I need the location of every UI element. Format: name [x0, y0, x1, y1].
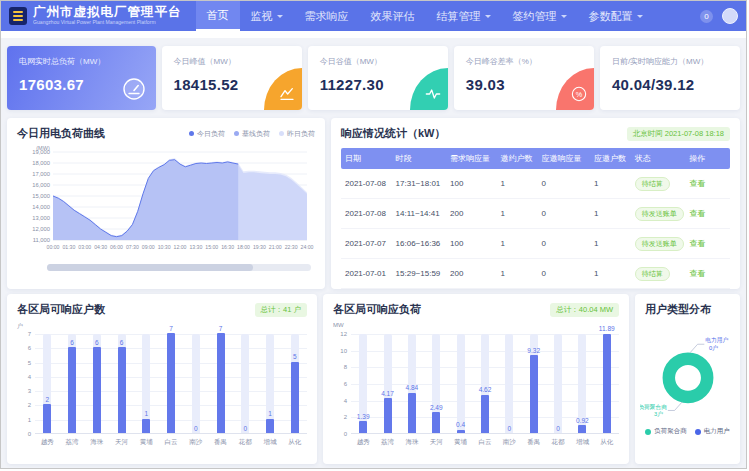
user-avatar[interactable]: [722, 8, 738, 24]
donut-legend-item-0[interactable]: 负荷聚合商: [645, 427, 687, 436]
bar-value-label: 0: [230, 425, 260, 432]
nav-item-label: 监视: [251, 9, 273, 24]
svg-text:22:30: 22:30: [285, 244, 298, 250]
svg-text:15,000: 15,000: [32, 193, 50, 199]
y-axis-tick: 1: [15, 417, 31, 423]
bar-column-增城: 0.92: [570, 334, 594, 433]
kpi-card-today-peak: 今日峰值（MW） 18415.52: [162, 46, 302, 110]
bar-value-label: 11.89: [592, 325, 622, 332]
x-axis-label: 花都: [546, 438, 570, 447]
status-badge: 待结算: [635, 177, 670, 191]
x-axis-label: 番禺: [522, 438, 546, 447]
bar-value-label: 4.62: [470, 386, 500, 393]
notification-badge[interactable]: 0: [700, 10, 713, 23]
legend-dot-icon: [645, 429, 651, 435]
bar-value-label: 2: [32, 396, 62, 403]
middle-row: 今日用电负荷曲线 今日负荷基线负荷昨日负荷 11,00012,00013,000…: [7, 118, 740, 286]
user-types-legend: 负荷聚合商电力用户: [635, 427, 740, 436]
legend-label: 负荷聚合商: [654, 427, 687, 436]
table-cell: 100: [446, 169, 497, 199]
x-axis-label: 南沙: [497, 438, 521, 447]
table-cell: 14:11~14:41: [392, 199, 446, 229]
view-link[interactable]: 查看: [689, 269, 705, 278]
bar: [68, 347, 76, 433]
x-axis-label: 天河: [109, 438, 134, 447]
nav-item-5[interactable]: 签约管理: [502, 1, 578, 31]
top-strip: [1, 31, 746, 38]
y-axis-tick: 4: [15, 374, 31, 380]
nav-item-0[interactable]: 首页: [196, 1, 240, 31]
bar-column-天河: 2.49: [424, 334, 448, 433]
district-load-title: 各区局可响应负荷: [333, 302, 421, 317]
bar-value-label: 0: [181, 425, 211, 432]
x-axis-labels: 越秀荔湾海珠天河黄埔白云南沙番禺花都增城从化: [351, 438, 619, 447]
nav-item-label: 签约管理: [513, 9, 557, 24]
x-axis-label: 从化: [282, 438, 307, 447]
chevron-down-icon: [637, 15, 643, 18]
chart-zoom-slider[interactable]: [47, 264, 311, 271]
bar-value-label: 2.49: [421, 404, 451, 411]
table-cell: 1: [590, 229, 631, 259]
table-column-header: 应邀户数: [590, 148, 631, 169]
bar-column-从化: 11.89: [595, 334, 619, 433]
donut-value-power-user: 0户: [709, 344, 718, 351]
table-column-header: 状态: [631, 148, 685, 169]
view-link[interactable]: 查看: [689, 239, 705, 248]
table-cell: 17:31~18:01: [392, 169, 446, 199]
bar: [167, 333, 175, 433]
table-cell: 0: [537, 259, 590, 289]
legend-item-0[interactable]: 今日负荷: [189, 129, 225, 139]
top-navbar: 广州市虚拟电厂管理平台 Guangzhou Virtual Power Plan…: [1, 1, 746, 31]
nav-item-1[interactable]: 监视: [240, 1, 294, 31]
user-types-donut-chart: 电力用户 0户 负荷聚合商 3户: [640, 322, 736, 426]
load-curve-legend: 今日负荷基线负荷昨日负荷: [189, 129, 315, 139]
x-axis-label: 白云: [473, 438, 497, 447]
bar-track: [192, 334, 200, 433]
nav-item-2[interactable]: 需求响应: [294, 1, 360, 31]
bar: [457, 430, 465, 433]
table-cell: 100: [446, 229, 497, 259]
app-window: 广州市虚拟电厂管理平台 Guangzhou Virtual Power Plan…: [0, 0, 747, 469]
bar-column-荔湾: 6: [60, 334, 85, 433]
bar-value-label: 1.39: [348, 413, 378, 420]
bar-column-黄埔: 1: [134, 334, 159, 433]
bar-track: [554, 334, 562, 433]
load-curve-card: 今日用电负荷曲线 今日负荷基线负荷昨日负荷 11,00012,00013,000…: [7, 118, 325, 289]
x-axis-label: 越秀: [351, 438, 375, 447]
bar-track: [505, 334, 513, 433]
kpi-card-response-capacity: 日前/实时响应能力（MW） 40.04/39.12: [600, 46, 740, 110]
x-axis-label: 黄埔: [134, 438, 159, 447]
nav-item-6[interactable]: 参数配置: [578, 1, 654, 31]
district-households-card: 各区局可响应户数 总计：41 户 户2666170701501234567越秀荔…: [7, 294, 317, 464]
y-axis-unit: MW: [333, 322, 344, 328]
chart-zoom-range[interactable]: [47, 264, 253, 271]
pulse-icon: [410, 68, 448, 110]
nav-item-3[interactable]: 效果评估: [360, 1, 426, 31]
table-cell: 1: [497, 169, 538, 199]
nav-item-label: 需求响应: [305, 9, 349, 24]
donut-legend-item-1[interactable]: 电力用户: [695, 427, 730, 436]
table-column-header: 应邀响应量: [537, 148, 590, 169]
bar-column-海珠: 6: [84, 334, 109, 433]
bar-column-海珠: 4.84: [400, 334, 424, 433]
load-total-tag: 总计：40.04 MW: [550, 303, 619, 317]
legend-item-1[interactable]: 基线负荷: [234, 129, 270, 139]
nav-item-label: 结算管理: [437, 9, 481, 24]
svg-text:%: %: [576, 90, 583, 99]
brand: 广州市虚拟电厂管理平台 Guangzhou Virtual Power Plan…: [9, 6, 182, 27]
table-row: 2021-07-0716:06~16:36100101待发送账单查看: [341, 229, 730, 259]
table-cell: 2021-07-08: [341, 199, 392, 229]
view-link[interactable]: 查看: [689, 179, 705, 188]
view-link[interactable]: 查看: [689, 209, 705, 218]
legend-label: 昨日负荷: [287, 129, 315, 139]
y-axis-tick: 6: [331, 381, 347, 387]
x-axis-label: 荔湾: [60, 438, 85, 447]
nav-item-4[interactable]: 结算管理: [426, 1, 502, 31]
bar-track: [457, 334, 465, 433]
bar: [266, 419, 274, 433]
bar: [578, 425, 586, 433]
legend-item-2[interactable]: 昨日负荷: [279, 129, 315, 139]
y-axis-tick: 0: [15, 431, 31, 437]
svg-text:16:30: 16:30: [221, 244, 234, 250]
status-badge: 待发送账单: [635, 207, 684, 221]
